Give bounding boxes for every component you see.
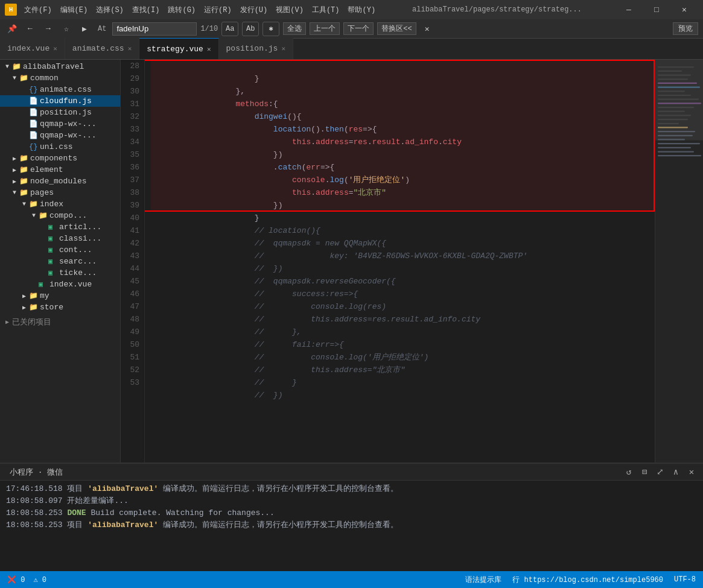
expand-icon: ▼ <box>10 189 19 196</box>
sidebar-item-node-modules[interactable]: ▶ 📁 node_modules <box>0 175 120 187</box>
code-line-37: this.address="北京市" <box>151 174 655 186</box>
sidebar-item-ticke[interactable]: ▣ ticke... <box>0 267 120 279</box>
code-line-51: // this.address="北京市" <box>151 351 655 364</box>
sidebar-file-label: articl... <box>59 223 101 232</box>
menu-view[interactable]: 视图(V) <box>272 4 307 16</box>
close-button[interactable]: ✕ <box>670 0 698 19</box>
prev-match-btn[interactable]: 上一个 <box>310 22 340 35</box>
sidebar-item-articl[interactable]: ▣ articl... <box>0 221 120 233</box>
menu-edit[interactable]: 编辑(E) <box>57 4 92 16</box>
search-input[interactable] <box>112 22 197 36</box>
maximize-button[interactable]: □ <box>643 0 670 19</box>
language-hint[interactable]: 语法提示库 <box>463 575 504 585</box>
panel-controls: ↺ ⊟ ⤢ ∧ ✕ <box>622 466 698 479</box>
sidebar-item-store[interactable]: ▶ 📁 store <box>0 302 120 313</box>
next-match-btn[interactable]: 下一个 <box>343 22 374 35</box>
encoding[interactable]: UTF-8 <box>672 575 698 584</box>
css-file-icon: {} <box>29 143 40 151</box>
title-bar: H 文件(F) 编辑(E) 选择(S) 查找(I) 跳转(G) 运行(R) 发行… <box>0 0 703 19</box>
menu-run[interactable]: 运行(R) <box>200 4 235 16</box>
tab-bar: index.vue ✕ animate.css ✕ strategy.vue ✕… <box>0 39 703 60</box>
tab-close-icon[interactable]: ✕ <box>281 45 285 52</box>
error-count[interactable]: ❌ 0 <box>5 575 27 584</box>
sidebar-item-index[interactable]: ▼ 📁 index <box>0 198 120 210</box>
sidebar-item-pages[interactable]: ▼ 📁 pages <box>0 187 120 198</box>
sidebar-item-cont[interactable]: ▣ cont... <box>0 244 120 256</box>
menu-file[interactable]: 文件(F) <box>21 4 56 16</box>
replace-btn[interactable]: 替换区<< <box>377 22 416 35</box>
vue-file-icon: ▣ <box>48 257 59 266</box>
select-all-btn[interactable]: 全选 <box>283 22 306 35</box>
tab-close-icon[interactable]: ✕ <box>53 45 57 52</box>
menu-select[interactable]: 选择(S) <box>92 4 127 16</box>
sidebar-item-position[interactable]: 📄 position.js <box>0 107 120 118</box>
sidebar-item-index-vue[interactable]: ▣ index.vue <box>0 279 120 290</box>
sidebar-root[interactable]: ▼ 📁 alibabaTravel <box>0 61 120 72</box>
vue-file-icon: ▣ <box>48 268 59 277</box>
timestamp: 17:46:18.518 <box>6 484 67 493</box>
sidebar-item-qqmap1[interactable]: 📄 qqmap-wx-... <box>0 118 120 130</box>
sidebar-item-element[interactable]: ▶ 📁 element <box>0 164 120 175</box>
sidebar-closed-section[interactable]: ▶ 已关闭项目 <box>0 315 120 329</box>
regex-btn[interactable]: ✱ <box>262 22 279 36</box>
sidebar-item-cloudfun[interactable]: 📄 cloudfun.js <box>0 95 120 107</box>
code-editor[interactable]: 28 29 30 31 32 33 34 35 36 37 38 39 40 4… <box>121 60 703 463</box>
sidebar-item-classi[interactable]: ▣ classi... <box>0 233 120 244</box>
search-label: At <box>95 25 109 33</box>
warning-count[interactable]: ⚠ 0 <box>31 575 49 584</box>
status-bar: ❌ 0 ⚠ 0 语法提示库 行 https://blog.csdn.net/si… <box>0 571 703 588</box>
panel-restart-btn[interactable]: ↺ <box>622 466 635 479</box>
sidebar-item-common[interactable]: ▼ 📁 common <box>0 72 120 84</box>
menu-jump[interactable]: 跳转(G) <box>164 4 199 16</box>
code-line-34: }) <box>151 136 655 148</box>
sidebar-item-searc[interactable]: ▣ searc... <box>0 256 120 267</box>
sidebar-item-my[interactable]: ▶ 📁 my <box>0 290 120 302</box>
tab-position-js[interactable]: position.js ✕ <box>219 38 293 59</box>
forward-button[interactable]: → <box>41 22 56 36</box>
case-sensitive-btn[interactable]: Aa <box>221 22 238 36</box>
sidebar-item-compo[interactable]: ▼ 📁 compo... <box>0 210 120 221</box>
menu-publish[interactable]: 发行(U) <box>237 4 272 16</box>
panel-collapse-btn[interactable]: ∧ <box>669 466 682 479</box>
star-button[interactable]: ☆ <box>59 22 74 36</box>
minimize-button[interactable]: — <box>615 0 643 19</box>
back-button[interactable]: ← <box>23 22 37 36</box>
expand-icon: ▼ <box>2 63 12 70</box>
preview-btn[interactable]: 预览 <box>673 22 698 35</box>
line-info[interactable]: 行 https://blog.csdn.net/simple5960 <box>510 575 666 585</box>
menu-help[interactable]: 帮助(Y) <box>344 4 379 16</box>
whole-word-btn[interactable]: Ab <box>242 22 259 36</box>
sidebar-item-qqmap2[interactable]: 📄 qqmap-wx-... <box>0 130 120 141</box>
tab-label: animate.css <box>72 44 124 53</box>
tab-close-icon[interactable]: ✕ <box>128 45 132 52</box>
expand-icon: ▼ <box>29 212 39 219</box>
sidebar-item-animate-css[interactable]: {} animate.css <box>0 84 120 95</box>
tab-strategy-vue[interactable]: strategy.vue ✕ <box>139 38 218 59</box>
pin-button[interactable]: 📌 <box>5 22 19 36</box>
run-button[interactable]: ▶ <box>77 22 92 36</box>
panel-split-btn[interactable]: ⊟ <box>638 466 651 479</box>
sidebar-folder-label: node_modules <box>30 177 87 186</box>
sidebar-file-label: classi... <box>59 234 101 243</box>
tab-animate-css[interactable]: animate.css ✕ <box>65 38 139 59</box>
panel-close-btn[interactable]: ✕ <box>685 466 698 479</box>
menu-tools[interactable]: 工具(T) <box>308 4 343 16</box>
minimap[interactable] <box>655 60 703 463</box>
tab-index-vue[interactable]: index.vue ✕ <box>0 38 65 59</box>
sidebar-item-uni-css[interactable]: {} uni.css <box>0 141 120 153</box>
code-line-36: console.log('用户拒绝定位') <box>151 161 655 174</box>
bottom-panel: 小程序 · 微信 ↺ ⊟ ⤢ ∧ ✕ 17:46:18.518 项目 'alib… <box>0 463 703 571</box>
sidebar-item-components[interactable]: ▶ 📁 components <box>0 153 120 164</box>
panel-maximize-btn[interactable]: ⤢ <box>654 466 667 479</box>
terminal-content: 17:46:18.518 项目 'alibabaTravel' 编译成功。前端运… <box>0 481 703 572</box>
terminal-line-1: 17:46:18.518 项目 'alibabaTravel' 编译成功。前端运… <box>6 483 697 495</box>
window-title: alibabaTravel/pages/strategy/strateg... <box>383 5 611 14</box>
close-search-btn[interactable]: ✕ <box>420 22 434 36</box>
sidebar-file-label: uni.css <box>40 142 73 151</box>
folder-icon: 📁 <box>39 211 49 220</box>
tab-close-icon[interactable]: ✕ <box>207 45 211 53</box>
menu-find[interactable]: 查找(I) <box>129 4 164 16</box>
tab-label: index.vue <box>7 44 49 53</box>
code-line-41: // qqmapsdk = new QQMapWX({ <box>151 224 655 237</box>
tab-label: position.js <box>226 44 278 53</box>
